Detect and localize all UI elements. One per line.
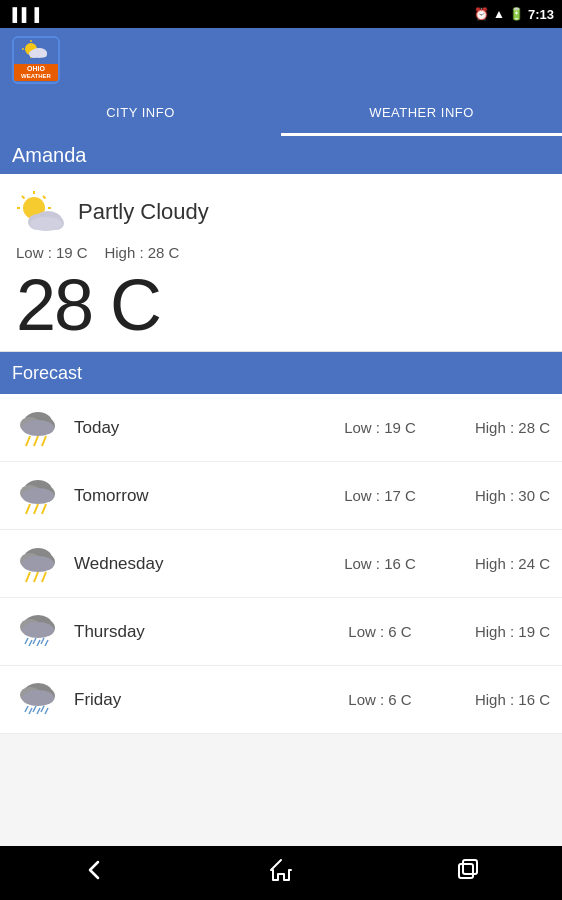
svg-line-32 xyxy=(42,504,46,514)
status-bar: ▐▐ ▐ ⏰ ▲ 🔋 7:13 xyxy=(0,0,562,28)
back-button[interactable] xyxy=(80,856,108,890)
forecast-header: Forecast xyxy=(0,352,562,394)
forecast-row: Friday Low : 6 C High : 16 C xyxy=(0,666,562,734)
low-high-text: Low : 19 C High : 28 C xyxy=(16,244,546,261)
forecast-row: Tomorrow Low : 17 C High : 30 C xyxy=(0,462,562,530)
forecast-icon-thursday xyxy=(12,606,64,658)
forecast-row: Wednesday Low : 16 C High : 24 C xyxy=(0,530,562,598)
current-temperature: 28 C xyxy=(16,269,546,341)
recents-button[interactable] xyxy=(454,856,482,890)
app-logo: OHIO WEATHER xyxy=(12,36,60,84)
forecast-high-0: High : 28 C xyxy=(440,419,550,436)
tabs-bar: CITY INFO WEATHER INFO xyxy=(0,92,562,136)
svg-point-6 xyxy=(29,50,39,58)
alarm-icon: ⏰ xyxy=(474,7,489,21)
city-banner: Amanda xyxy=(0,136,562,174)
svg-line-47 xyxy=(37,640,40,646)
forecast-low-3: Low : 6 C xyxy=(320,623,440,640)
svg-line-49 xyxy=(45,640,48,646)
app-logo-icon xyxy=(14,39,58,64)
svg-line-39 xyxy=(42,572,46,582)
svg-line-38 xyxy=(34,572,38,582)
status-bar-right: ⏰ ▲ 🔋 7:13 xyxy=(474,7,554,22)
forecast-low-1: Low : 17 C xyxy=(320,487,440,504)
svg-line-58 xyxy=(41,706,44,712)
city-name: Amanda xyxy=(12,144,87,167)
condition-label: Partly Cloudy xyxy=(78,199,209,225)
forecast-high-1: High : 30 C xyxy=(440,487,550,504)
svg-line-57 xyxy=(37,708,40,714)
svg-point-36 xyxy=(22,556,54,572)
forecast-icon-tomorrow xyxy=(12,470,64,522)
svg-line-54 xyxy=(25,706,28,712)
forecast-day-1: Tomorrow xyxy=(74,486,320,506)
current-weather-panel: Partly Cloudy Low : 19 C High : 28 C 28 … xyxy=(0,174,562,352)
svg-line-14 xyxy=(43,196,46,199)
app-header: OHIO WEATHER xyxy=(0,28,562,92)
svg-line-56 xyxy=(33,706,36,712)
forecast-row: Today Low : 19 C High : 28 C xyxy=(0,394,562,462)
forecast-icon-today xyxy=(12,402,64,454)
forecast-high-2: High : 24 C xyxy=(440,555,550,572)
svg-rect-60 xyxy=(459,864,473,878)
forecast-day-3: Thursday xyxy=(74,622,320,642)
tab-weather-info[interactable]: WEATHER INFO xyxy=(281,92,562,136)
nav-bar xyxy=(0,846,562,900)
tab-city-info[interactable]: CITY INFO xyxy=(0,92,281,136)
forecast-day-0: Today xyxy=(74,418,320,438)
svg-line-37 xyxy=(26,572,30,582)
status-bar-left: ▐▐ ▐ xyxy=(8,7,39,22)
wifi-icon: ▲ xyxy=(493,7,505,21)
forecast-row: Thursday Low : 6 C High : 19 C xyxy=(0,598,562,666)
forecast-day-2: Wednesday xyxy=(74,554,320,574)
svg-line-13 xyxy=(22,196,25,199)
svg-line-55 xyxy=(29,708,32,714)
time-display: 7:13 xyxy=(528,7,554,22)
svg-line-48 xyxy=(41,638,44,644)
svg-rect-61 xyxy=(463,860,477,874)
condition-icon xyxy=(16,186,68,238)
svg-line-23 xyxy=(26,436,30,446)
forecast-list: Today Low : 19 C High : 28 C Tomorrow Lo… xyxy=(0,394,562,734)
home-button[interactable] xyxy=(267,856,295,890)
forecast-low-4: Low : 6 C xyxy=(320,691,440,708)
svg-line-30 xyxy=(26,504,30,514)
svg-line-31 xyxy=(34,504,38,514)
svg-point-29 xyxy=(22,488,54,504)
menu-icon: ▐▐ ▐ xyxy=(8,7,39,22)
forecast-high-4: High : 16 C xyxy=(440,691,550,708)
svg-point-18 xyxy=(30,217,62,231)
svg-point-7 xyxy=(39,51,47,58)
svg-line-45 xyxy=(29,640,32,646)
svg-point-22 xyxy=(22,420,54,436)
svg-line-24 xyxy=(34,436,38,446)
svg-line-46 xyxy=(33,638,36,644)
forecast-low-0: Low : 19 C xyxy=(320,419,440,436)
forecast-high-3: High : 19 C xyxy=(440,623,550,640)
svg-point-43 xyxy=(22,622,54,638)
svg-point-53 xyxy=(22,690,54,706)
forecast-day-4: Friday xyxy=(74,690,320,710)
forecast-icon-wednesday xyxy=(12,538,64,590)
forecast-low-2: Low : 16 C xyxy=(320,555,440,572)
condition-row: Partly Cloudy xyxy=(16,186,546,238)
svg-line-59 xyxy=(45,708,48,714)
battery-icon: 🔋 xyxy=(509,7,524,21)
app-logo-text: OHIO WEATHER xyxy=(14,64,58,80)
svg-line-25 xyxy=(42,436,46,446)
forecast-icon-friday xyxy=(12,674,64,726)
svg-line-44 xyxy=(25,638,28,644)
